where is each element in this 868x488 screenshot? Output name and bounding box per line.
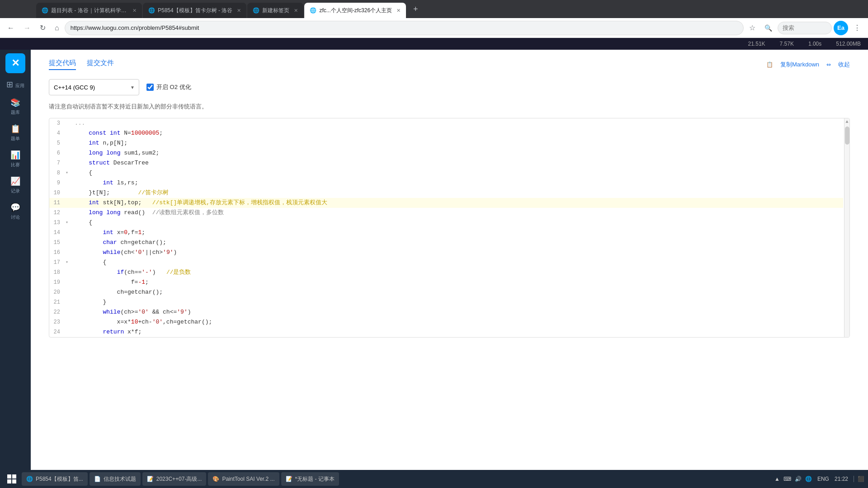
collapse-button[interactable]: 收起 <box>838 61 850 69</box>
discuss-label: 讨论 <box>11 214 20 221</box>
line-code-22[interactable]: while(ch>='0' && ch<='9') <box>73 307 843 317</box>
code-line-6: 6 long long sum1,sum2; <box>49 148 843 158</box>
code-line-16: 16 while(ch<'0'||ch>'9') <box>49 248 843 258</box>
reload-button[interactable]: ↻ <box>36 21 49 35</box>
line-code-17[interactable]: { <box>73 258 843 267</box>
sidebar-item-records[interactable]: 📈 记录 <box>2 173 28 198</box>
taskbar-item-5[interactable]: 📝 *无标题 - 记事本 <box>281 472 339 486</box>
library-icon: 📚 <box>10 98 20 108</box>
line-code-24[interactable]: return x*f; <box>73 327 843 337</box>
line-code-19[interactable]: f=-1; <box>73 277 843 287</box>
line-code-4[interactable]: const int N=10000005; <box>73 128 843 138</box>
url-bar[interactable] <box>65 21 744 35</box>
taskbar-item-1[interactable]: 🌐 P5854【模板】笛... <box>22 472 88 486</box>
tab-1[interactable]: 🌐 题目列表 - 洛谷｜计算机科学教育 ✕ <box>36 3 142 18</box>
home-button[interactable]: ⌂ <box>51 21 63 35</box>
sidebar-logo[interactable]: ✕ <box>5 53 25 73</box>
line-code-10[interactable]: }t[N]; //笛卡尔树 <box>73 188 843 198</box>
sidebar-item-library[interactable]: 📚 题库 <box>2 94 28 119</box>
line-arrow-24 <box>66 327 73 337</box>
line-code-5[interactable]: int n,p[N]; <box>73 138 843 148</box>
line-num-21: 21 <box>49 297 66 307</box>
code-line-7: 7 struct DescarTree <box>49 158 843 168</box>
search-button[interactable]: 🔍 <box>761 22 776 34</box>
line-num-15: 15 <box>49 238 66 248</box>
line-code-8[interactable]: { <box>73 168 843 178</box>
line-code-11[interactable]: int stk[N],top; //stk[]单调递增栈,存放元素下标，增栈指权… <box>73 198 843 208</box>
scrollbar-thumb[interactable] <box>845 127 849 145</box>
new-tab-button[interactable]: + <box>408 5 424 14</box>
show-desktop-button[interactable]: ⬛ <box>854 476 864 482</box>
copy-markdown-button[interactable]: 复制Markdown <box>780 61 819 69</box>
sidebar-more-icon[interactable]: ⊞ 应用 <box>6 80 24 89</box>
taskbar-item-1-label: P5854【模板】笛... <box>36 475 83 483</box>
line-code-18[interactable]: if(ch=='-') //是负数 <box>73 267 843 277</box>
code-line-9: 9 int ls,rs; <box>49 178 843 188</box>
line-arrow-8[interactable]: ▾ <box>66 168 73 178</box>
line-code-20[interactable]: ch=getchar(); <box>73 287 843 297</box>
forward-button[interactable]: → <box>20 21 34 35</box>
line-code-23[interactable]: x=x*10+ch-'0',ch=getchar(); <box>73 317 843 327</box>
code-line-17: 17 ▾ { <box>49 258 843 267</box>
sidebar-item-discuss[interactable]: 💬 讨论 <box>2 199 28 224</box>
compiler-select[interactable]: C++14 (GCC 9) <box>49 79 139 95</box>
up-arrow-icon[interactable]: ▲ <box>774 476 780 482</box>
code-line-12: 12 long long read() //读数组元素权值，多位数 <box>49 208 843 218</box>
line-num-4: 4 <box>49 128 66 138</box>
svg-rect-3 <box>12 479 16 483</box>
line-code-3[interactable]: ... <box>73 118 843 128</box>
code-line-18: 18 if(ch=='-') //是负数 <box>49 267 843 277</box>
tab-3[interactable]: 🌐 新建标签页 ✕ <box>247 3 303 18</box>
tab-close-1[interactable]: ✕ <box>132 8 137 14</box>
network-icon: 🌐 <box>805 476 812 482</box>
line-arrow-4 <box>66 128 73 138</box>
copy-md-icon: 📋 <box>766 61 773 68</box>
scroll-up-arrow[interactable]: ▲ <box>844 118 849 126</box>
taskbar-item-3[interactable]: 📝 2023C++07-高级... <box>142 472 207 486</box>
tab-2[interactable]: 🌐 P5854【模板】笛卡尔树 - 洛谷 ✕ <box>143 3 246 18</box>
lang-note: 请注意自动识别语言暂不支持近日新加入的部分非传统语言。 <box>49 103 850 111</box>
tab-close-4[interactable]: ✕ <box>396 8 401 14</box>
keyboard-icon: ⌨ <box>783 476 791 482</box>
submit-header: 提交代码 提交文件 📋 复制Markdown ⇔ 收起 <box>49 59 850 70</box>
line-code-21[interactable]: } <box>73 297 843 307</box>
line-code-13[interactable]: { <box>73 218 843 228</box>
extensions-button[interactable]: ⋮ <box>850 21 864 35</box>
line-code-16[interactable]: while(ch<'0'||ch>'9') <box>73 248 843 258</box>
search-input[interactable] <box>778 22 832 34</box>
sidebar-item-problems[interactable]: 📋 题单 <box>2 120 28 145</box>
line-arrow-13[interactable]: ▾ <box>66 218 73 228</box>
tab-favicon-2: 🌐 <box>148 7 155 14</box>
line-code-9[interactable]: int ls,rs; <box>73 178 843 188</box>
line-code-12[interactable]: long long read() //读数组元素权值，多位数 <box>73 208 843 218</box>
line-code-7[interactable]: struct DescarTree <box>73 158 843 168</box>
taskbar-item-2[interactable]: 📄 信息技术试题 <box>90 472 141 486</box>
bookmark-button[interactable]: ☆ <box>745 21 759 35</box>
line-arrow-22 <box>66 307 73 317</box>
taskbar-start-button[interactable] <box>4 471 20 487</box>
o2-checkbox[interactable] <box>146 84 154 91</box>
line-code-15[interactable]: char ch=getchar(); <box>73 238 843 248</box>
line-arrow-10 <box>66 188 73 198</box>
line-num-24: 24 <box>49 327 66 337</box>
line-code-14[interactable]: int x=0,f=1; <box>73 228 843 238</box>
code-line-24: 24 return x*f; <box>49 327 843 337</box>
tab-close-3[interactable]: ✕ <box>294 8 298 14</box>
stat-size: 512.00MB <box>836 41 861 47</box>
line-arrow-6 <box>66 148 73 158</box>
taskbar-item-2-label: 信息技术试题 <box>104 475 136 483</box>
code-line-14: 14 int x=0,f=1; <box>49 228 843 238</box>
submit-code-tab[interactable]: 提交代码 <box>49 59 76 70</box>
tab-close-2[interactable]: ✕ <box>237 8 241 14</box>
taskbar-item-3-icon: 📝 <box>147 476 154 482</box>
o2-optimize-label[interactable]: 开启 O2 优化 <box>146 83 191 91</box>
sidebar-item-contest[interactable]: 📊 比赛 <box>2 146 28 172</box>
tab-4[interactable]: 🌐 zfc...个人空间-zfc326个人主页 ✕ <box>304 3 406 18</box>
line-arrow-17[interactable]: ▾ <box>66 258 73 267</box>
line-code-6[interactable]: long long sum1,sum2; <box>73 148 843 158</box>
submit-file-tab[interactable]: 提交文件 <box>87 59 114 70</box>
taskbar-item-4[interactable]: 🎨 PaintTool SAI Ver.2 ... <box>208 472 279 486</box>
avatar[interactable]: Ea <box>834 21 848 35</box>
back-button[interactable]: ← <box>4 21 18 35</box>
code-line-23: 23 x=x*10+ch-'0',ch=getchar(); <box>49 317 843 327</box>
